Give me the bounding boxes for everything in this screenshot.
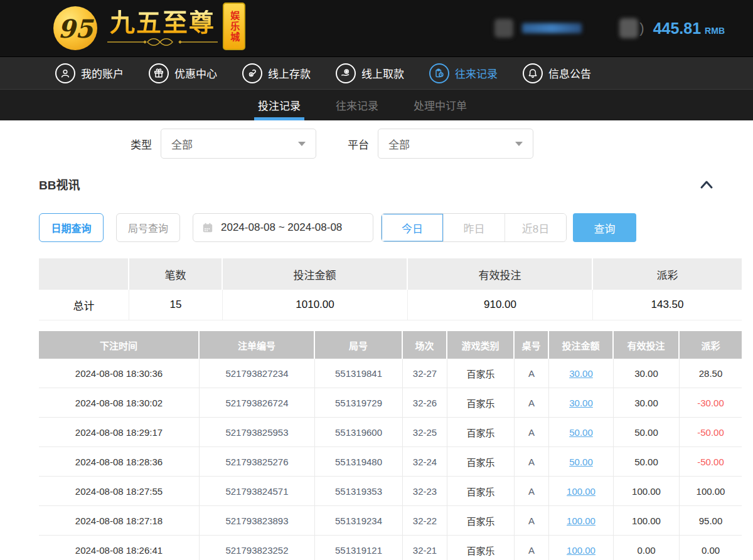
bet-amount-link[interactable]: 50.00: [569, 427, 593, 438]
platform-filter-dropdown[interactable]: 全部: [378, 129, 533, 159]
table-cell: 100.00: [680, 477, 742, 506]
balance-currency: RMB: [705, 21, 725, 36]
quick-tab-yesterday[interactable]: 昨日: [443, 214, 505, 241]
platform-filter-value: 全部: [388, 136, 410, 152]
table-row: 2024-08-08 18:30:02521793826724551319729…: [39, 388, 714, 418]
tab-transaction-records[interactable]: 往来记录: [333, 90, 381, 120]
bell-icon: [523, 63, 543, 83]
wallet-icon: [619, 18, 638, 38]
table-cell: 百家乐: [447, 388, 515, 418]
date-range-input[interactable]: 2024-08-08 ~ 2024-08-08: [193, 213, 373, 242]
nav-item-records[interactable]: 往来记录: [429, 63, 498, 83]
table-cell: A: [515, 447, 549, 477]
table-cell: 521793823893: [200, 506, 315, 536]
quick-tab-last8days[interactable]: 近8日: [505, 214, 566, 241]
nav-item-announcements[interactable]: 信息公告: [523, 63, 591, 83]
search-button[interactable]: 查询: [573, 213, 636, 242]
table-cell: 551319353: [315, 477, 403, 506]
user-icon: [55, 63, 75, 83]
table-cell: 32-22: [403, 506, 447, 536]
summary-header-cell: 投注金额: [223, 258, 408, 290]
nav-item-promotions[interactable]: 优惠中心: [149, 63, 217, 83]
summary-header-cell: 有效投注: [408, 258, 593, 290]
table-cell: 521793827234: [200, 359, 315, 388]
table-cell: 551319121: [315, 536, 403, 560]
table-cell: 521793823252: [200, 536, 315, 560]
nav-item-withdraw[interactable]: 线上取款: [336, 63, 404, 83]
table-cell: 32-25: [403, 418, 447, 447]
table-cell: -30.00: [680, 388, 742, 418]
summary-header-cell: 笔数: [129, 258, 223, 290]
quick-tab-today[interactable]: 今日: [382, 214, 443, 241]
table-cell: 100.00: [549, 506, 614, 536]
table-header-cell: 桌号: [515, 331, 549, 359]
type-filter-value: 全部: [171, 136, 193, 152]
brand-title: 九五至尊: [110, 10, 215, 35]
tab-bet-records[interactable]: 投注记录: [255, 90, 303, 120]
table-row: 2024-08-08 18:29:17521793825953551319600…: [39, 418, 714, 447]
table-row: 2024-08-08 18:30:36521793827234551319841…: [39, 359, 714, 388]
bet-amount-link[interactable]: 100.00: [567, 515, 595, 526]
date-query-button[interactable]: 日期查询: [39, 213, 104, 242]
table-cell: 551319841: [315, 359, 403, 388]
username-redacted: [522, 23, 582, 33]
bet-amount-link[interactable]: 50.00: [569, 457, 593, 467]
summary-valid-bet: 910.00: [408, 290, 593, 320]
table-cell: A: [515, 388, 549, 418]
top-header: 95 九五至尊 娱乐城 ) 445.81 RMB: [0, 0, 753, 56]
nav-item-my-account[interactable]: 我的账户: [55, 63, 124, 83]
table-cell: 50.00: [549, 447, 614, 477]
nav-item-deposit[interactable]: 线上存款: [242, 63, 311, 83]
tab-processing-orders[interactable]: 处理中订单: [411, 90, 469, 120]
table-cell: 551319480: [315, 447, 403, 477]
bet-amount-link[interactable]: 100.00: [567, 486, 595, 497]
table-cell: 30.00: [549, 388, 614, 418]
bet-amount-link[interactable]: 100.00: [567, 545, 595, 556]
nav-label: 线上取款: [361, 65, 404, 81]
nav-label: 线上存款: [268, 65, 311, 81]
bet-amount-link[interactable]: 30.00: [569, 368, 593, 379]
table-cell: 百家乐: [447, 447, 515, 477]
table-cell: 32-21: [403, 536, 447, 560]
chevron-up-icon: [699, 179, 714, 189]
brand-badge: 娱乐城: [223, 3, 245, 50]
type-filter-dropdown[interactable]: 全部: [161, 129, 316, 159]
table-header-cell: 游戏类别: [447, 331, 515, 359]
summary-payout: 143.50: [593, 290, 742, 320]
collapse-section-button[interactable]: [699, 179, 714, 189]
table-cell: 521793825276: [200, 447, 315, 477]
user-avatar[interactable]: [494, 19, 513, 38]
summary-header-row: 笔数 投注金额 有效投注 派彩: [39, 258, 714, 290]
table-cell: 95.00: [680, 506, 742, 536]
table-cell: 0.00: [680, 536, 742, 560]
table-cell: 百家乐: [447, 418, 515, 447]
table-row: 2024-08-08 18:28:36521793825276551319480…: [39, 447, 714, 477]
table-cell: 50.00: [614, 418, 680, 447]
table-cell: 百家乐: [447, 477, 515, 506]
table-cell: 100.00: [549, 536, 614, 560]
table-cell: 100.00: [614, 506, 680, 536]
chevron-down-icon: [515, 142, 523, 146]
table-header-cell: 投注金额: [549, 331, 614, 359]
table-cell: A: [515, 477, 549, 506]
table-row: 2024-08-08 18:27:55521793824571551319353…: [39, 477, 714, 506]
table-cell: 551319234: [315, 506, 403, 536]
table-cell: 100.00: [549, 477, 614, 506]
sub-navigation: 投注记录 往来记录 处理中订单: [0, 89, 753, 120]
table-cell: 551319600: [315, 418, 403, 447]
table-header-cell: 有效投注: [614, 331, 680, 359]
summary-bet-amount: 1010.00: [223, 290, 408, 320]
wallet-area[interactable]: ) 445.81 RMB: [619, 18, 725, 38]
platform-filter-label: 平台: [348, 136, 369, 152]
summary-total-label: 总计: [39, 290, 129, 320]
date-range-value: 2024-08-08 ~ 2024-08-08: [221, 221, 342, 234]
nav-label: 信息公告: [548, 65, 591, 81]
main-content: 类型 全部 平台 全部 BB视讯 日期查询 局号查询 2024-08-08 ~ …: [0, 120, 753, 560]
table-header-cell: 派彩: [680, 331, 742, 359]
round-query-button[interactable]: 局号查询: [116, 213, 180, 242]
bet-amount-link[interactable]: 30.00: [569, 398, 593, 408]
bet-records-table: 下注时间 注单编号 局号 场次 游戏类别 桌号 投注金额 有效投注 派彩 202…: [39, 331, 714, 560]
gift-icon: [149, 63, 169, 83]
site-logo[interactable]: 95 九五至尊 娱乐城: [53, 6, 245, 50]
table-cell: 2024-08-08 18:27:55: [39, 477, 200, 506]
